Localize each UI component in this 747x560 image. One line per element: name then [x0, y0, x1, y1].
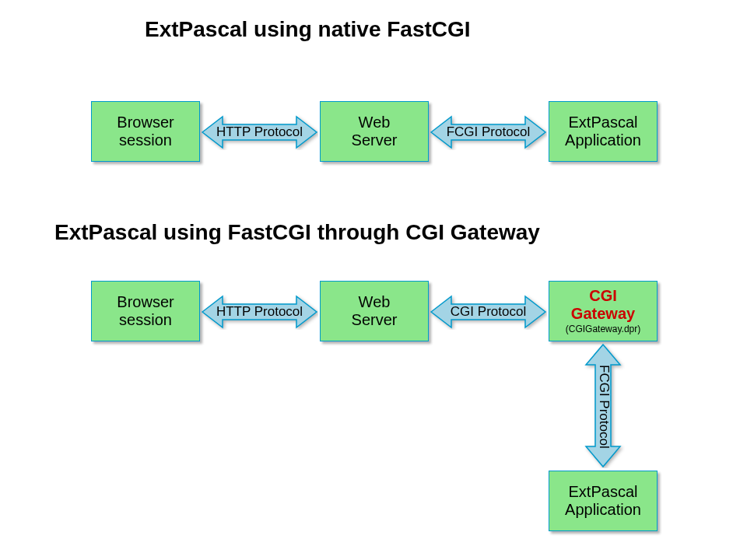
d2box2-line2: Server — [352, 311, 398, 329]
box-extpascal-app-1: ExtPascal Application — [549, 101, 658, 162]
diagram2-title: ExtPascal using FastCGI through CGI Gate… — [54, 220, 540, 245]
d2box1-line2: session — [119, 311, 172, 329]
box2-line1: Web — [359, 114, 391, 131]
box1-line2: session — [119, 131, 172, 149]
box3-line1: ExtPascal — [569, 114, 638, 131]
diagram1-title: ExtPascal using native FastCGI — [145, 17, 471, 42]
svg-marker-1 — [431, 117, 545, 148]
svg-marker-0 — [202, 117, 317, 148]
d2box3-sub: (CGIGateway.dpr) — [566, 324, 640, 335]
box1-line1: Browser — [117, 114, 174, 131]
d2box3-line2: Gateway — [571, 305, 635, 323]
arrow-fcgi-1 — [430, 114, 547, 150]
arrow-cgi-2 — [430, 294, 547, 330]
svg-marker-2 — [202, 296, 317, 327]
box-web-server-1: Web Server — [320, 101, 429, 162]
d2box4-line1: ExtPascal — [569, 483, 638, 501]
svg-marker-3 — [431, 296, 545, 327]
box-browser-session-1: Browser session — [91, 101, 200, 162]
d2box3-line1: CGI — [589, 287, 617, 305]
arrow-http-2 — [201, 294, 318, 330]
d2box2-line1: Web — [359, 293, 391, 311]
box-extpascal-app-2: ExtPascal Application — [549, 471, 658, 531]
d2box1-line1: Browser — [117, 293, 174, 311]
d2box4-line2: Application — [565, 501, 641, 519]
box3-line2: Application — [565, 131, 641, 149]
box-browser-session-2: Browser session — [91, 281, 200, 341]
box2-line2: Server — [352, 131, 398, 149]
arrow-fcgi-vertical — [581, 343, 625, 468]
box-cgi-gateway: CGI Gateway (CGIGateway.dpr) — [549, 281, 658, 341]
svg-marker-4 — [586, 345, 620, 467]
box-web-server-2: Web Server — [320, 281, 429, 341]
arrow-http-1 — [201, 114, 318, 150]
